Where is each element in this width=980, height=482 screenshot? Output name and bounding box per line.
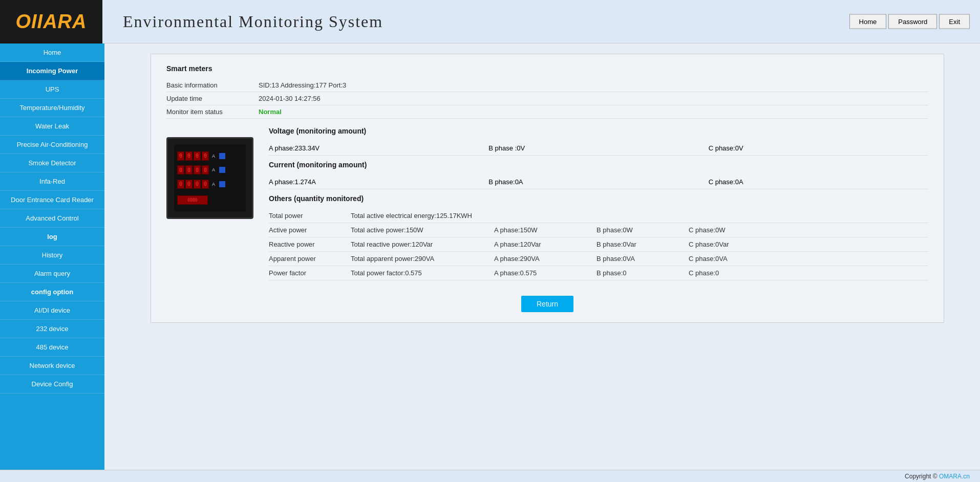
voltage-title: Voltage (monitoring amount) bbox=[269, 127, 928, 135]
current-phase-b: B phase:0A bbox=[488, 178, 708, 186]
monitoring-grid: Total power Total active electrical ener… bbox=[269, 209, 928, 280]
row-col5: C phase:0 bbox=[689, 269, 771, 277]
row-col3: A phase:0.575 bbox=[494, 269, 596, 277]
row-col2: Total active power:150W bbox=[351, 226, 494, 234]
sidebar-item-incoming-power[interactable]: Incoming Power bbox=[0, 62, 104, 80]
voltage-section: Voltage (monitoring amount) A phase:233.… bbox=[269, 127, 928, 156]
current-phase-c: C phase:0A bbox=[709, 178, 928, 186]
sidebar-item-device-config[interactable]: Device Config bbox=[0, 375, 104, 393]
copyright-text: Copyright © bbox=[905, 473, 938, 480]
update-time-label: Update time bbox=[166, 95, 259, 102]
row-col3: A phase:150W bbox=[494, 226, 596, 234]
monitor-status-value: Normal bbox=[259, 108, 282, 116]
sidebar-item-ups[interactable]: UPS bbox=[0, 80, 104, 99]
row-col2: Total active electrical energy:125.17KWH bbox=[351, 212, 494, 220]
home-button[interactable]: Home bbox=[849, 14, 887, 29]
update-time-value: 2024-01-30 14:27:56 bbox=[259, 95, 321, 102]
password-button[interactable]: Password bbox=[888, 14, 937, 29]
table-row: Total power Total active electrical ener… bbox=[269, 209, 928, 223]
current-title: Current (monitoring amount) bbox=[269, 161, 928, 169]
return-button[interactable]: Return bbox=[521, 296, 573, 312]
exit-button[interactable]: Exit bbox=[939, 14, 970, 29]
row-col4: B phase:0 bbox=[596, 269, 689, 277]
sidebar-item-config-option[interactable]: config option bbox=[0, 283, 104, 301]
basic-info-value: SID:13 Addressing:177 Port:3 bbox=[259, 81, 346, 89]
return-btn-area: Return bbox=[166, 296, 928, 312]
sidebar-item-precise-ac[interactable]: Precise Air-Conditioning bbox=[0, 136, 104, 154]
row-col5: C phase:0VA bbox=[689, 255, 771, 262]
monitor-status-row: Monitor item status Normal bbox=[166, 105, 928, 119]
current-phase-a: A phase:1.274A bbox=[269, 178, 488, 186]
row-col4: B phase:0W bbox=[596, 226, 689, 234]
row-col5: C phase:0W bbox=[689, 226, 771, 234]
sidebar-item-temp-humidity[interactable]: Temperature/Humidity bbox=[0, 99, 104, 117]
main-content: Smart meters Basic information SID:13 Ad… bbox=[104, 43, 980, 482]
voltage-phase-b: B phase :0V bbox=[488, 144, 708, 152]
table-row: Apparent power Total apparent power:290V… bbox=[269, 252, 928, 266]
meter-device-image: 0 0 0 0 A 0 0 0 bbox=[166, 137, 253, 219]
voltage-phase-row: A phase:233.34V B phase :0V C phase:0V bbox=[269, 141, 928, 156]
row-col5: C phase:0Var bbox=[689, 240, 771, 248]
sidebar-item-smoke-detector[interactable]: Smoke Detector bbox=[0, 154, 104, 172]
sidebar-item-water-leak[interactable]: Water Leak bbox=[0, 117, 104, 136]
row-label: Total power bbox=[269, 212, 351, 220]
row-col3: A phase:120Var bbox=[494, 240, 596, 248]
sidebar-item-history[interactable]: History bbox=[0, 246, 104, 265]
logo: OIIARA bbox=[0, 0, 102, 43]
page-title: Environmental Monitoring System bbox=[123, 12, 383, 31]
footer: Copyright © OMARA.cn bbox=[0, 470, 980, 482]
sidebar-item-485[interactable]: 485 device bbox=[0, 338, 104, 357]
voltage-phase-c: C phase:0V bbox=[709, 144, 928, 152]
monitor-status-label: Monitor item status bbox=[166, 108, 259, 116]
others-title: Others (quantity monitored) bbox=[269, 194, 928, 203]
header-buttons: Home Password Exit bbox=[849, 14, 970, 29]
data-section: Voltage (monitoring amount) A phase:233.… bbox=[269, 127, 928, 286]
row-col3: A phase:290VA bbox=[494, 255, 596, 262]
update-time-row: Update time 2024-01-30 14:27:56 bbox=[166, 92, 928, 105]
sidebar-item-alarm-query[interactable]: Alarm query bbox=[0, 265, 104, 283]
current-section: Current (monitoring amount) A phase:1.27… bbox=[269, 161, 928, 189]
voltage-phase-a: A phase:233.34V bbox=[269, 144, 488, 152]
footer-link[interactable]: OMARA.cn bbox=[939, 473, 970, 480]
row-col4: B phase:0Var bbox=[596, 240, 689, 248]
content-panel: Smart meters Basic information SID:13 Ad… bbox=[151, 54, 944, 323]
sidebar-item-network[interactable]: Network device bbox=[0, 357, 104, 375]
sidebar-item-home[interactable]: Home bbox=[0, 43, 104, 62]
sidebar-item-advanced-control[interactable]: Advanced Control bbox=[0, 209, 104, 228]
row-col4: B phase:0VA bbox=[596, 255, 689, 262]
row-label: Active power bbox=[269, 226, 351, 234]
basic-info-row: Basic information SID:13 Addressing:177 … bbox=[166, 79, 928, 92]
others-section: Others (quantity monitored) Total power … bbox=[269, 194, 928, 280]
sidebar-item-door-entrance[interactable]: Door Entrance Card Reader bbox=[0, 191, 104, 209]
row-col2: Total apparent power:290VA bbox=[351, 255, 494, 262]
row-col2: Total power factor:0.575 bbox=[351, 269, 494, 277]
sidebar-item-232[interactable]: 232 device bbox=[0, 320, 104, 338]
sidebar-item-ai-di[interactable]: AI/DI device bbox=[0, 301, 104, 320]
sidebar-item-infa-red[interactable]: Infa-Red bbox=[0, 172, 104, 191]
row-col2: Total reactive power:120Var bbox=[351, 240, 494, 248]
current-phase-row: A phase:1.274A B phase:0A C phase:0A bbox=[269, 175, 928, 189]
row-label: Apparent power bbox=[269, 255, 351, 262]
sidebar: Home Incoming Power UPS Temperature/Humi… bbox=[0, 43, 104, 482]
row-label: Reactive power bbox=[269, 240, 351, 248]
row-label: Power factor bbox=[269, 269, 351, 277]
table-row: Reactive power Total reactive power:120V… bbox=[269, 237, 928, 252]
basic-info-label: Basic information bbox=[166, 81, 259, 89]
logo-text: OIIARA bbox=[16, 11, 87, 33]
table-row: Power factor Total power factor:0.575 A … bbox=[269, 266, 928, 280]
smart-meters-title: Smart meters bbox=[166, 64, 928, 73]
table-row: Active power Total active power:150W A p… bbox=[269, 223, 928, 237]
meter-and-data: 0 0 0 0 A 0 0 0 bbox=[166, 127, 928, 286]
sidebar-item-log[interactable]: log bbox=[0, 228, 104, 246]
